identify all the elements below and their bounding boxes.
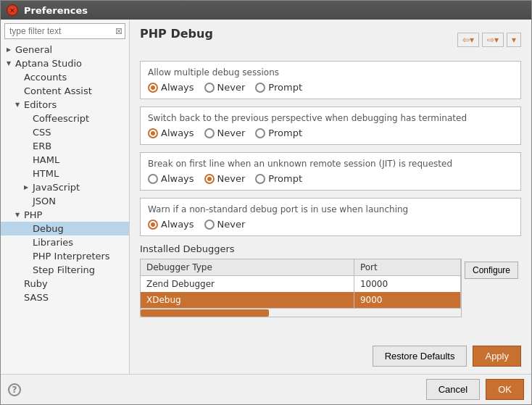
nav-forward-button[interactable]: ⇨▾ [482,33,504,47]
sidebar-item-label: ERB [33,141,51,151]
sidebar-item-accounts[interactable]: Accounts [1,70,129,84]
table-row[interactable]: XDebug 9000 [141,292,460,308]
sidebar-item-label: HAML [33,154,59,165]
section4-never[interactable]: Never [204,219,246,230]
sidebar-item-label: CSS [33,127,51,138]
sidebar-item-content-assist[interactable]: Content Assist [1,84,129,98]
section4-always-radio[interactable] [148,220,158,230]
section4-never-radio[interactable] [204,220,215,230]
sidebar-item-javascript[interactable]: ▶JavaScript [1,180,129,194]
section-multiple-sessions: Allow multiple debug sessions Always Nev… [140,61,521,99]
sidebar-item-label: General [15,44,52,55]
sidebar-item-label: Aptana Studio [15,58,82,69]
sidebar-item-label: PHP [24,209,42,220]
sidebar-item-libraries[interactable]: Libraries [1,235,129,249]
close-button[interactable]: ✕ [7,4,18,16]
section3-never-radio[interactable] [204,174,215,184]
titlebar: ✕ Preferences [1,1,531,20]
nav-dropdown-button[interactable]: ▾ [507,33,521,47]
section1-prompt-label: Prompt [268,82,302,93]
tree-arrow-icon: ▶ [24,184,33,191]
panel-title-row: PHP Debug ⇦▾ ⇨▾ ▾ [140,27,521,52]
section3-prompt-label: Prompt [268,173,302,184]
sidebar-item-label: SASS [24,292,49,303]
section4-never-label: Never [217,219,246,230]
sidebar-item-php[interactable]: ▼PHP [1,208,129,222]
preferences-dialog: ✕ Preferences ⊠ ▶General▼Aptana StudioAc… [0,0,532,405]
section2-never[interactable]: Never [204,128,246,138]
sidebar-item-css[interactable]: CSS [1,125,129,139]
nav-back-button[interactable]: ⇦▾ [457,33,479,47]
ok-button[interactable]: OK [486,379,524,400]
sidebar-item-label: HTML [33,168,59,179]
scrollbar-thumb [141,309,269,317]
debuggers-table-container: Debugger Type Port Zend Debugger 10000 [140,259,462,317]
section1-prompt-radio[interactable] [255,83,265,93]
section1-prompt[interactable]: Prompt [255,82,302,93]
section3-always[interactable]: Always [148,173,194,184]
sidebar-item-editors[interactable]: ▼Editors [1,98,129,112]
section1-never[interactable]: Never [204,82,246,93]
tree-arrow-icon: ▼ [7,60,15,67]
sidebar-item-sass[interactable]: SASS [1,291,129,304]
section3-prompt[interactable]: Prompt [255,173,302,184]
sidebar-item-general[interactable]: ▶General [1,43,129,57]
section1-never-radio[interactable] [204,83,215,93]
section2-prompt-radio[interactable] [255,128,265,138]
sidebar-item-label: Libraries [33,237,73,248]
section1-label: Allow multiple debug sessions [148,67,513,78]
horizontal-scrollbar[interactable] [141,308,461,317]
sidebar-item-coffeescript[interactable]: Coffeescript [1,112,129,125]
apply-button[interactable]: Apply [473,346,521,367]
nav-arrows: ⇦▾ ⇨▾ ▾ [457,33,521,47]
section3-never[interactable]: Never [204,173,246,184]
sidebar-item-label: JSON [33,196,56,206]
debuggers-buttons: Configure [462,259,521,317]
section4-radio-row: Always Never [148,219,513,230]
section2-always-radio[interactable] [148,128,158,138]
debugger-type-cell: XDebug [141,292,354,308]
section3-always-radio[interactable] [148,174,158,184]
sidebar-item-html[interactable]: HTML [1,167,129,180]
sidebar-item-php-interpreters[interactable]: PHP Interpreters [1,249,129,263]
debugger-type-cell: Zend Debugger [141,276,354,293]
sidebar-item-step-filtering[interactable]: Step Filtering [1,263,129,277]
section4-always[interactable]: Always [148,219,194,230]
debugger-port-cell: 9000 [354,292,460,308]
sidebar-item-aptana-studio[interactable]: ▼Aptana Studio [1,57,129,70]
section4-always-label: Always [161,219,194,230]
filter-box: ⊠ [4,23,125,39]
section1-always-radio[interactable] [148,83,158,93]
sidebar-item-label: PHP Interpreters [33,251,110,262]
restore-defaults-button[interactable]: Restore Defaults [373,346,467,367]
sidebar-item-haml[interactable]: HAML [1,153,129,167]
filter-input[interactable] [4,23,125,39]
help-icon[interactable]: ? [8,383,21,396]
sidebar-item-label: JavaScript [33,182,80,193]
sidebar-item-label: Editors [24,99,57,110]
section3-prompt-radio[interactable] [255,174,265,184]
debuggers-table: Debugger Type Port Zend Debugger 10000 [141,259,461,308]
section3-radio-row: Always Never Prompt [148,173,513,184]
table-row[interactable]: Zend Debugger 10000 [141,276,460,293]
section2-radio-row: Always Never Prompt [148,128,513,138]
section2-never-radio[interactable] [204,128,215,138]
cancel-button[interactable]: Cancel [426,379,480,400]
debuggers-section: Installed Debuggers Debugger Type Port [140,243,521,317]
sidebar-item-erb[interactable]: ERB [1,139,129,153]
panel-title: PHP Debug [140,27,213,43]
section2-always[interactable]: Always [148,128,194,138]
filter-clear-icon[interactable]: ⊠ [115,26,122,36]
col-port: Port [354,259,460,276]
section2-prompt[interactable]: Prompt [255,128,302,138]
sidebar-item-ruby[interactable]: Ruby [1,277,129,291]
sidebar-item-label: Step Filtering [33,264,95,275]
tree-container: ▶General▼Aptana StudioAccountsContent As… [1,43,129,304]
sidebar-item-debug[interactable]: Debug [1,222,129,235]
section-nonstandard-port: Warn if a non-standard debug port is in … [140,198,521,236]
section2-label: Switch back to the previous perspective … [148,113,513,123]
section1-always[interactable]: Always [148,82,194,93]
sidebar-item-json[interactable]: JSON [1,194,129,208]
configure-button[interactable]: Configure [465,262,518,279]
section-break-on-first: Break on first line when an unknown remo… [140,152,521,191]
